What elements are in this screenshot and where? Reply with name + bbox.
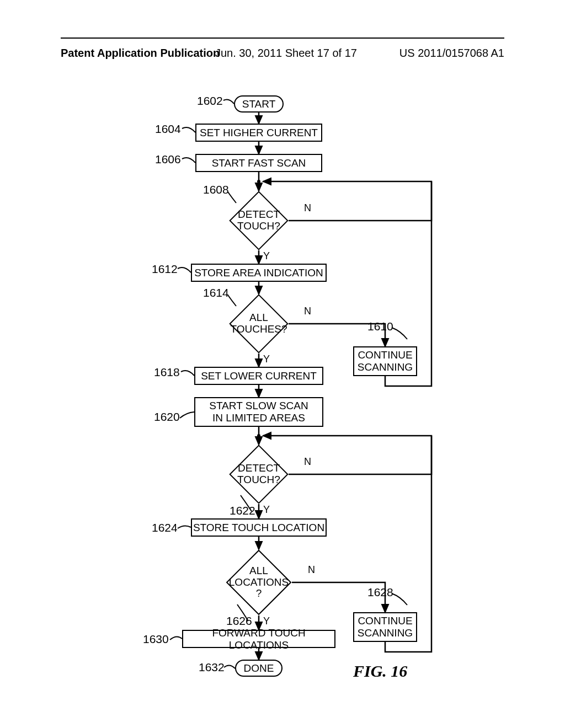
y-label-3: Y — [263, 504, 270, 516]
ref-1624: 1624 — [152, 521, 178, 534]
set-lower-current-label: SET LOWER CURRENT — [201, 370, 317, 382]
y-label-4: Y — [263, 615, 270, 627]
ref-1622: 1622 — [230, 504, 255, 517]
done-terminator: DONE — [235, 660, 282, 677]
n-label-2: N — [304, 306, 311, 317]
continue-scanning-1-label: CONTINUE SCANNING — [358, 349, 413, 373]
n-label-4: N — [308, 564, 315, 576]
svg-point-12 — [257, 180, 260, 183]
header-right: US 2011/0157068 A1 — [399, 47, 504, 60]
y-label-1: Y — [263, 250, 270, 262]
detect-touch-1-label: DETECT TOUCH? — [237, 209, 280, 232]
set-higher-current-label: SET HIGHER CURRENT — [200, 127, 318, 139]
store-touch-location-label: STORE TOUCH LOCATION — [193, 522, 324, 534]
continue-scanning-2-box: CONTINUE SCANNING — [353, 612, 417, 642]
detect-touch-2-diamond: DETECT TOUCH? — [229, 445, 289, 504]
ref-1604: 1604 — [155, 122, 181, 136]
done-label: DONE — [244, 662, 274, 675]
n-label-3: N — [304, 456, 311, 468]
all-locations-diamond: ALL LOCATIONS ? — [226, 549, 292, 615]
ref-1602: 1602 — [197, 94, 223, 108]
ref-1620: 1620 — [154, 410, 180, 424]
continue-scanning-2-label: CONTINUE SCANNING — [358, 615, 413, 639]
header-rule — [61, 38, 504, 39]
svg-point-13 — [257, 434, 260, 437]
ref-1626: 1626 — [226, 614, 252, 628]
start-slow-scan-label: START SLOW SCAN IN LIMITED AREAS — [209, 400, 308, 424]
all-touches-diamond: ALL TOUCHES? — [229, 294, 289, 354]
all-touches-label: ALL TOUCHES? — [230, 312, 287, 335]
header-mid: Jun. 30, 2011 Sheet 17 of 17 — [215, 47, 357, 60]
ref-1606: 1606 — [155, 153, 181, 166]
start-fast-scan-label: START FAST SCAN — [212, 157, 306, 169]
y-label-2: Y — [263, 354, 270, 365]
flowchart-connectors — [0, 0, 565, 728]
start-label: START — [242, 98, 276, 110]
start-slow-scan-box: START SLOW SCAN IN LIMITED AREAS — [194, 397, 323, 427]
store-touch-location-box: STORE TOUCH LOCATION — [191, 518, 327, 537]
ref-1614: 1614 — [203, 286, 229, 299]
page-canvas: Patent Application Publication Jun. 30, … — [0, 0, 565, 728]
set-lower-current-box: SET LOWER CURRENT — [194, 367, 323, 385]
store-area-indication-box: STORE AREA INDICATION — [191, 264, 327, 282]
detect-touch-2-label: DETECT TOUCH? — [237, 463, 280, 486]
start-fast-scan-box: START FAST SCAN — [195, 154, 322, 172]
ref-1608: 1608 — [203, 183, 229, 196]
ref-1630: 1630 — [143, 633, 169, 646]
start-terminator: START — [234, 95, 284, 113]
forward-touch-locations-box: FORWARD TOUCH LOCATIONS — [182, 630, 335, 648]
ref-1610: 1610 — [367, 320, 393, 333]
detect-touch-1-diamond: DETECT TOUCH? — [229, 191, 289, 250]
all-locations-label: ALL LOCATIONS ? — [229, 565, 289, 600]
n-label-1: N — [304, 202, 311, 214]
continue-scanning-1-box: CONTINUE SCANNING — [353, 346, 417, 376]
store-area-indication-label: STORE AREA INDICATION — [194, 267, 323, 279]
ref-1612: 1612 — [152, 263, 178, 276]
ref-1628: 1628 — [367, 586, 393, 599]
set-higher-current-box: SET HIGHER CURRENT — [195, 124, 322, 142]
header-left: Patent Application Publication — [61, 47, 220, 60]
ref-1632: 1632 — [199, 661, 225, 674]
figure-caption: FIG. 16 — [353, 662, 407, 681]
forward-touch-locations-label: FORWARD TOUCH LOCATIONS — [183, 627, 334, 651]
ref-1618: 1618 — [154, 366, 180, 379]
